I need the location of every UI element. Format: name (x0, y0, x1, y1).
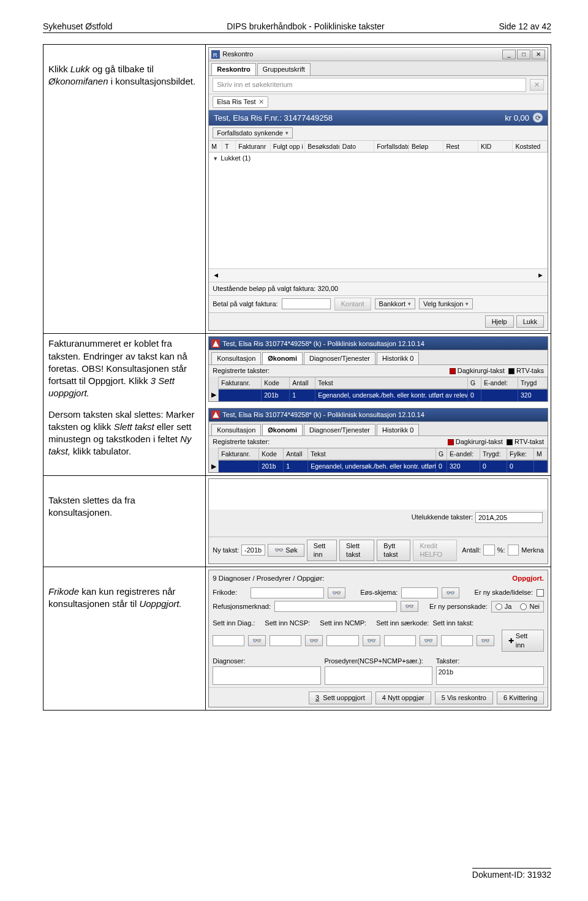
row-selector (209, 377, 219, 389)
col-tekst: Tekst (315, 377, 468, 389)
diag-input[interactable] (213, 635, 244, 646)
search-input[interactable]: Skriv inn et søkekriterium (213, 78, 526, 92)
hjelp-button[interactable]: Hjelp (485, 315, 514, 328)
tab-historikk[interactable]: Historikk 0 (377, 424, 419, 436)
tab-konsultasjon[interactable]: Konsultasjon (211, 424, 261, 436)
reskontro-window: R Reskontro _ □ ✕ Reskontro Gruppeutskri… (208, 47, 548, 331)
rtv-indicator (508, 368, 514, 374)
kontant-button[interactable]: Kontant (334, 298, 371, 311)
slett-takst-button[interactable]: Slett takst (339, 540, 374, 562)
pct-input[interactable] (508, 545, 519, 556)
binoculars-icon: 👓 (424, 637, 433, 644)
takst-input[interactable] (441, 635, 473, 646)
binoculars-icon: 👓 (274, 546, 284, 554)
ncsp-lookup-button[interactable]: 👓 (305, 635, 323, 646)
col-belop: Beløp (409, 141, 444, 152)
saer-input[interactable] (384, 635, 416, 646)
binoculars-icon: 👓 (405, 603, 414, 610)
takst-lookup-button[interactable]: 👓 (477, 635, 494, 646)
refusjon-input[interactable] (274, 601, 397, 612)
text-fragment: i konsultasjonsbildet. (108, 76, 196, 86)
cell: 0 (468, 390, 481, 401)
antall-label: Antall: (462, 546, 481, 555)
ute-input[interactable]: 201A,205 (475, 512, 543, 523)
vis-reskontro-button[interactable]: 5 Vis reskontro (435, 692, 493, 704)
ja-radio[interactable] (496, 603, 502, 610)
diag-lookup-button[interactable]: 👓 (248, 635, 266, 646)
row-selector-arrow[interactable]: ▶ (209, 389, 219, 401)
nei-radio[interactable] (520, 603, 527, 610)
tree-row-lukket[interactable]: ▼ Lukket (1) (209, 153, 548, 164)
takster-list[interactable]: 201b (436, 666, 544, 685)
section-title: 9 Diagnoser / Prosedyrer / Oppgjør: (213, 574, 324, 584)
diagnoser-list[interactable] (213, 666, 320, 685)
cell: 0 (436, 461, 447, 472)
tab-okonomi[interactable]: Økonomi (262, 424, 303, 436)
tab-diagnoser[interactable]: Diagnoser/Tjenester (304, 352, 375, 364)
pct-label: %: (497, 546, 505, 555)
cell: 201b (259, 461, 284, 472)
tab-historikk[interactable]: Historikk 0 (377, 352, 419, 364)
sort-dropdown[interactable]: Forfallsdato synkende ▾ (213, 127, 293, 138)
text-fragment: Klikk (48, 64, 70, 74)
patient-band: Test, Elsa Ris F.nr.: 31477449258 kr 0,0… (209, 110, 548, 126)
ute-label: Utelukkende takster: (412, 513, 473, 522)
reg-takster-label: Registrerte takster: (213, 437, 270, 447)
ncmp-lookup-button[interactable]: 👓 (363, 635, 380, 646)
refresh-icon[interactable]: ⟳ (533, 113, 543, 123)
sett-uoppgjort-button[interactable]: 3 3 Sett uoppgjortSett uoppgjort (309, 692, 372, 704)
hdr-right: Side 12 av 42 (499, 21, 551, 31)
eos-input[interactable] (401, 587, 438, 598)
tab-gruppeutskrift[interactable]: Gruppeutskrift (257, 63, 311, 75)
pay-input[interactable] (282, 298, 331, 309)
saer-lookup-button[interactable]: 👓 (420, 635, 437, 646)
table-row[interactable]: 201b 1 Egenandel, undersøk./beh. eller k… (219, 389, 548, 401)
row-selector-arrow[interactable]: ▶ (209, 460, 219, 472)
prosedyrer-list[interactable] (325, 666, 432, 685)
frikode-lookup-button[interactable]: 👓 (328, 587, 345, 598)
patient-chip[interactable]: Elsa Ris Test ✕ (213, 96, 268, 108)
skade-checkbox[interactable] (537, 589, 544, 597)
cell (219, 461, 259, 472)
settinn-button[interactable]: Sett inn (307, 540, 337, 562)
refusjon-lookup-button[interactable]: 👓 (401, 601, 418, 612)
sett-takst-label: Sett inn takst: (432, 619, 473, 628)
settinn-label: Sett inn (516, 631, 537, 650)
chip-close-icon[interactable]: ✕ (258, 97, 264, 107)
minimize-button[interactable]: _ (502, 50, 516, 59)
ncsp-input[interactable] (270, 635, 301, 646)
lukk-button[interactable]: Lukk (516, 315, 544, 328)
refusjon-label: Refusjonsmerknad: (213, 602, 271, 611)
search-clear-button[interactable]: ✕ (530, 79, 544, 91)
patient-band-right: kr 0,00 (505, 113, 529, 124)
bytt-takst-button[interactable]: Bytt takst (377, 540, 410, 562)
tab-diagnoser[interactable]: Diagnoser/Tjenester (304, 424, 375, 436)
tab-reskontro[interactable]: Reskontro (211, 63, 255, 75)
velgfunksjon-dropdown[interactable]: Velg funksjon▾ (419, 298, 473, 309)
tab-okonomi[interactable]: Økonomi (262, 352, 303, 364)
kvittering-button[interactable]: 6 Kvittering (497, 692, 544, 704)
kredit-helfo-button[interactable]: Kredit HELFO (413, 540, 457, 562)
sok-button[interactable]: 👓Søk (268, 544, 304, 557)
svg-text:R: R (213, 51, 217, 58)
app-icon: R (211, 50, 220, 59)
nytt-oppgjor-button[interactable]: 4 Nytt oppgjør (375, 692, 431, 704)
close-button[interactable]: ✕ (532, 50, 545, 59)
bankkort-dropdown[interactable]: Bankkort▾ (375, 298, 415, 309)
screenshot-cell-1: R Reskontro _ □ ✕ Reskontro Gruppeutskri… (206, 45, 551, 334)
ny-takst-input[interactable]: -201b (241, 545, 265, 556)
rtv-indicator (507, 439, 513, 445)
ncmp-input[interactable] (326, 635, 358, 646)
hdr-center: DIPS brukerhåndbok - Polikliniske takste… (227, 21, 385, 31)
settinn-button[interactable]: ✚ Sett inn (502, 630, 544, 652)
antall-input[interactable] (483, 545, 495, 556)
tab-konsultasjon[interactable]: Konsultasjon (211, 352, 261, 364)
outstanding-label: Utestående beløp på valgt faktura: 320,0… (213, 284, 338, 293)
table-row[interactable]: 201b 1 Egenandel, undersøk./beh. eller k… (219, 460, 548, 472)
col-t: T (222, 141, 236, 152)
col-g: G (468, 377, 481, 389)
frikode-input[interactable] (251, 587, 324, 598)
dagkirurgi-indicator (450, 368, 456, 374)
maximize-button[interactable]: □ (517, 50, 530, 59)
eos-lookup-button[interactable]: 👓 (442, 587, 459, 598)
